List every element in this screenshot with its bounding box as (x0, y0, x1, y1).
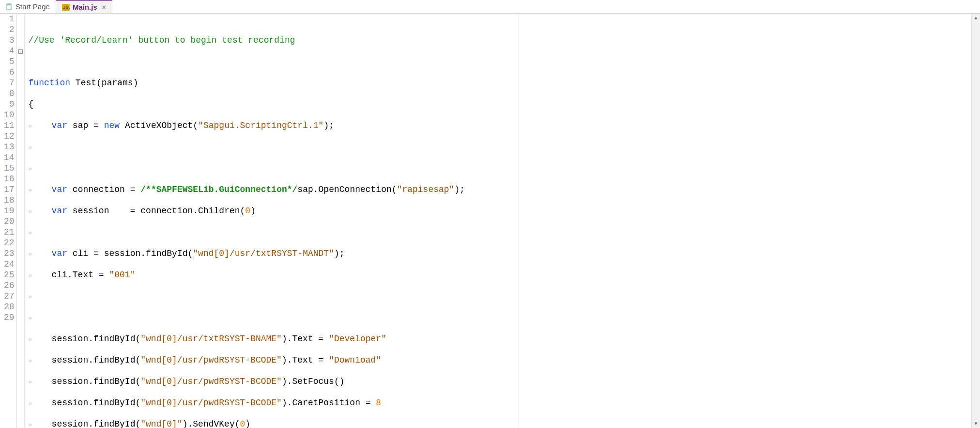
fold-toggle-icon[interactable]: − (18, 49, 23, 54)
code-text-area[interactable]: //Use 'Record/Learn' button to begin tes… (25, 14, 971, 428)
line-number-gutter: 1 2 3 4 5 6 7 8 9 10 11 12 13 14 15 16 1… (0, 14, 17, 428)
scroll-down-icon[interactable]: ▼ (972, 419, 980, 428)
tab-bar: Start Page JS Main.js × (0, 0, 980, 14)
js-icon: JS (62, 4, 70, 11)
vertical-scrollbar[interactable]: ▲ ▼ (971, 14, 980, 428)
scroll-up-icon[interactable]: ▲ (972, 14, 980, 22)
fold-gutter: − (17, 14, 25, 428)
code-editor[interactable]: 1 2 3 4 5 6 7 8 9 10 11 12 13 14 15 16 1… (0, 14, 980, 428)
tab-main-js[interactable]: JS Main.js × (56, 0, 112, 13)
close-icon[interactable]: × (102, 3, 106, 11)
tab-label: Start Page (15, 2, 50, 11)
document-icon (6, 3, 13, 10)
tab-start-page[interactable]: Start Page (0, 0, 56, 13)
tab-label: Main.js (73, 3, 97, 11)
svg-rect-1 (7, 4, 11, 5)
